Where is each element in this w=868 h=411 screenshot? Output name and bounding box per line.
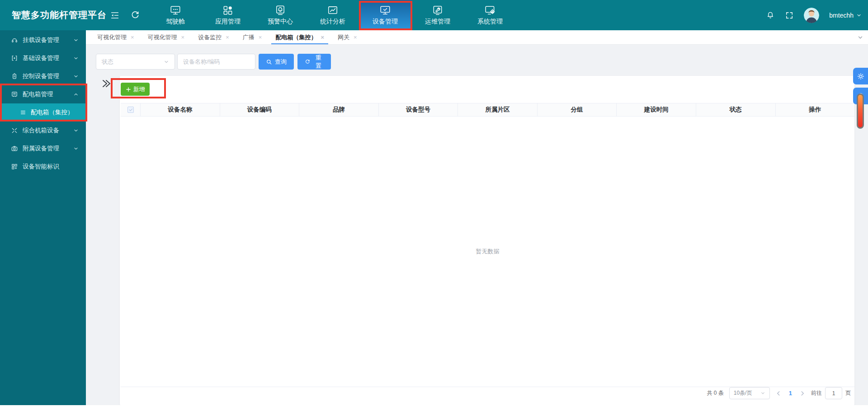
- query-button[interactable]: 查询: [259, 54, 294, 70]
- search-icon: [266, 59, 272, 65]
- tab-visualization-1[interactable]: 可视化管理: [90, 30, 141, 44]
- prev-page-icon[interactable]: [775, 390, 782, 397]
- camera-icon: [11, 145, 18, 152]
- notification-bell-icon[interactable]: [766, 11, 775, 20]
- expand-panel-icon[interactable]: [100, 78, 112, 89]
- close-tab-icon[interactable]: [321, 34, 324, 40]
- goto-page-input[interactable]: [825, 387, 842, 399]
- select-all-checkbox[interactable]: [127, 107, 134, 113]
- close-tab-icon[interactable]: [131, 34, 134, 40]
- sidebar-item-label: 附属设备管理: [23, 145, 73, 153]
- tab-broadcast[interactable]: 广播: [236, 30, 269, 44]
- nav-item-apps[interactable]: 应用管理: [202, 0, 254, 30]
- next-page-icon[interactable]: [799, 390, 806, 397]
- distribution-box-icon: [11, 91, 18, 98]
- close-tab-icon[interactable]: [181, 34, 185, 40]
- tabs-dropdown-icon[interactable]: [857, 34, 863, 41]
- nav-item-operations[interactable]: 运维管理: [411, 0, 464, 30]
- cockpit-monitor-icon: [170, 5, 181, 16]
- nav-label: 驾驶舱: [166, 18, 185, 26]
- sidebar-item-label: 配电箱管理: [23, 90, 73, 98]
- goto-label: 前往: [811, 389, 822, 397]
- close-tab-icon[interactable]: [226, 34, 229, 40]
- page-size-value: 10条/页: [734, 389, 752, 397]
- goto-page: 前往 页: [811, 387, 851, 399]
- column-header: 设备型号: [379, 103, 458, 116]
- chevron-down-icon: [73, 128, 79, 133]
- user-avatar[interactable]: [804, 8, 819, 23]
- gear-icon: [857, 72, 865, 80]
- refresh-icon[interactable]: [130, 10, 140, 20]
- nav-label: 预警中心: [268, 18, 293, 26]
- nav-label: 应用管理: [215, 18, 241, 26]
- fullscreen-icon[interactable]: [785, 11, 794, 20]
- tab-label: 可视化管理: [97, 33, 127, 42]
- grid-id-icon: [11, 163, 18, 170]
- keyword-input[interactable]: [177, 54, 255, 70]
- close-tab-icon[interactable]: [354, 34, 357, 40]
- refresh-icon: [305, 59, 311, 65]
- header-right: bmtechh: [766, 0, 862, 30]
- tab-visualization-2[interactable]: 可视化管理: [141, 30, 192, 44]
- tab-label: 设备监控: [198, 33, 222, 42]
- settings-float-button[interactable]: [853, 68, 868, 84]
- tab-device-monitor[interactable]: 设备监控: [191, 30, 236, 44]
- table-header-row: 设备名称 设备编码 品牌 设备型号 所属片区 分组 建设时间 状态 操作: [121, 103, 854, 117]
- device-monitor-check-icon: [379, 5, 391, 16]
- sidebar-item-mounted-devices[interactable]: 挂载设备管理: [0, 31, 86, 49]
- menu-collapse-icon[interactable]: [110, 10, 120, 20]
- sidebar-item-attached-devices[interactable]: 附属设备管理: [0, 140, 86, 158]
- scrollbar-thumb[interactable]: [857, 93, 864, 129]
- filter-bar: 状态 查询 重置: [86, 45, 868, 72]
- list-icon: [20, 109, 26, 116]
- user-menu[interactable]: bmtechh: [829, 12, 862, 19]
- add-button[interactable]: 新增: [121, 83, 150, 96]
- tab-gateway[interactable]: 网关: [331, 30, 364, 44]
- app-header: 智慧多功能杆管理平台 驾驶舱 应用管理 预警中心: [0, 0, 868, 30]
- nav-item-device-management[interactable]: 设备管理: [359, 0, 411, 30]
- table-header-checkbox-cell: [121, 103, 141, 116]
- column-header: 操作: [776, 103, 855, 116]
- sidebar-item-smart-id[interactable]: 设备智能标识: [0, 158, 86, 176]
- stats-chart-icon: [327, 5, 339, 16]
- page-unit-label: 页: [845, 389, 851, 397]
- status-select[interactable]: 状态: [96, 54, 175, 70]
- column-header: 分组: [538, 103, 617, 116]
- nav-item-cockpit[interactable]: 驾驶舱: [149, 0, 202, 30]
- close-tab-icon[interactable]: [259, 34, 262, 40]
- cross-arrows-icon: [11, 127, 18, 134]
- sidebar-item-control-devices[interactable]: 控制设备管理: [0, 67, 86, 85]
- tab-label: 配电箱（集控）: [275, 33, 316, 42]
- nav-item-statistics[interactable]: 统计分析: [307, 0, 359, 30]
- chevron-down-icon: [856, 13, 862, 18]
- column-header: 建设时间: [617, 103, 696, 116]
- sidebar-item-distribution-box[interactable]: 配电箱管理: [0, 85, 86, 103]
- open-tabs-bar: 可视化管理 可视化管理 设备监控 广播 配电箱（集控） 网关: [86, 30, 868, 45]
- headset-icon: [11, 37, 18, 44]
- sidebar-item-label: 综合机箱设备: [23, 126, 73, 135]
- sidebar-item-basic-devices[interactable]: 基础设备管理: [0, 49, 86, 67]
- sidebar: 挂载设备管理 基础设备管理 控制设备管理 配电箱管理 配电箱（集控） 综合机箱设…: [0, 30, 86, 405]
- sidebar-subitem-distribution-box-central[interactable]: 配电箱（集控）: [0, 103, 86, 121]
- sidebar-item-integrated-cabinet[interactable]: 综合机箱设备: [0, 121, 86, 140]
- page-size-select[interactable]: 10条/页: [729, 387, 770, 399]
- user-name: bmtechh: [829, 12, 854, 19]
- system-gear-icon: [484, 5, 496, 16]
- chevron-up-icon: [73, 92, 79, 97]
- column-header: 设备名称: [141, 103, 220, 116]
- sidebar-item-label: 挂载设备管理: [23, 36, 73, 44]
- nav-item-system[interactable]: 系统管理: [464, 0, 516, 30]
- device-table-card: 新增 设备名称 设备编码 品牌 设备型号 所属片区 分组 建设时间 状态 操作 …: [120, 76, 854, 405]
- nav-item-alert-center[interactable]: 预警中心: [254, 0, 307, 30]
- nav-label: 设备管理: [373, 18, 398, 26]
- page-bottom-strip: [0, 405, 868, 411]
- current-page[interactable]: 1: [787, 390, 794, 397]
- sidebar-item-label: 控制设备管理: [23, 72, 73, 80]
- tab-distribution-box-central[interactable]: 配电箱（集控）: [269, 30, 331, 44]
- total-count: 共 0 条: [707, 389, 723, 397]
- battery-icon: [11, 73, 18, 80]
- column-header: 品牌: [299, 103, 379, 116]
- reset-button[interactable]: 重置: [297, 54, 331, 70]
- reset-button-label: 重置: [313, 54, 324, 70]
- nav-label: 运维管理: [425, 18, 450, 26]
